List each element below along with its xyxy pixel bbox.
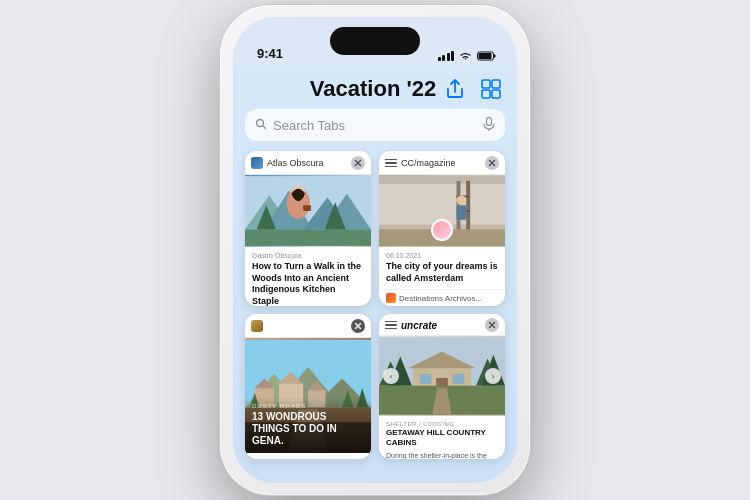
dusty-label: DUSTY ROADS bbox=[252, 403, 364, 409]
tab-favicon-title-dusty bbox=[251, 320, 351, 332]
cc-article-title: The city of your dreams is called Amster… bbox=[386, 261, 498, 284]
uncrate-image: ‹ › bbox=[379, 336, 505, 416]
atlas-close-button[interactable] bbox=[351, 156, 365, 170]
tab-header-uncrate: uncrate bbox=[379, 314, 505, 336]
svg-rect-22 bbox=[245, 229, 371, 245]
atlas-meta: Gastro Obscura bbox=[252, 252, 364, 259]
mic-icon[interactable] bbox=[483, 117, 495, 134]
svg-rect-2 bbox=[479, 53, 492, 59]
dusty-close-button[interactable] bbox=[351, 319, 365, 333]
tab-card-cc[interactable]: CC/magazine bbox=[379, 151, 505, 306]
dusty-title: 13 WONDROUS THINGS TO DO IN GENA. bbox=[252, 411, 364, 447]
svg-rect-9 bbox=[487, 117, 492, 125]
uncrate-article-body: During the shelter-in-place is the perfe… bbox=[386, 451, 498, 459]
svg-rect-4 bbox=[492, 80, 500, 88]
uncrate-tab-name: uncrate bbox=[401, 320, 437, 331]
svg-rect-66 bbox=[453, 374, 465, 384]
battery-icon bbox=[477, 51, 497, 61]
tab-favicon-title-atlas: Atlas Obscura bbox=[251, 157, 351, 169]
svg-point-35 bbox=[457, 195, 467, 205]
share-icon bbox=[446, 79, 464, 99]
tab-header-atlas: Atlas Obscura bbox=[245, 151, 371, 175]
svg-rect-32 bbox=[466, 181, 470, 234]
svg-rect-30 bbox=[379, 176, 505, 184]
uncrate-content: SHELTER / LODGING GETAWAY HILL COUNTRY C… bbox=[379, 416, 505, 459]
page-title: Vacation '22 bbox=[305, 76, 441, 102]
cc-content: 06.10.2021 The city of your dreams is ca… bbox=[379, 247, 505, 289]
uncrate-next-button[interactable]: › bbox=[485, 368, 501, 384]
uncrate-hamburger-icon bbox=[385, 321, 397, 330]
cc-close-button[interactable] bbox=[485, 156, 499, 170]
tab-favicon-title-uncrate: uncrate bbox=[385, 320, 485, 331]
hamburger-icon bbox=[385, 159, 397, 168]
content-area: Vacation '22 bbox=[233, 67, 517, 483]
cc-meta: 06.10.2021 bbox=[386, 252, 498, 259]
phone-frame: 9:41 bbox=[220, 5, 530, 495]
tab-card-dusty[interactable]: DUSTY ROADS 13 WONDROUS THINGS TO DO IN … bbox=[245, 314, 371, 459]
tab-favicon-title-cc: CC/magazine bbox=[385, 158, 485, 168]
svg-rect-5 bbox=[482, 90, 490, 98]
phone-screen: 9:41 bbox=[233, 17, 517, 483]
wifi-icon bbox=[459, 51, 472, 61]
atlas-content: Gastro Obscura How to Turn a Walk in the… bbox=[245, 247, 371, 306]
svg-rect-36 bbox=[457, 205, 467, 220]
svg-rect-65 bbox=[420, 374, 432, 384]
cc-footer: Destinations Archivos... bbox=[379, 289, 505, 306]
cc-footer-text: Destinations Archivos... bbox=[399, 294, 482, 303]
cc-image bbox=[379, 175, 505, 247]
uncrate-category: SHELTER / LODGING bbox=[386, 421, 498, 427]
uncrate-article-title: GETAWAY HILL COUNTRY CABINS bbox=[386, 428, 498, 449]
dusty-text-overlay: DUSTY ROADS 13 WONDROUS THINGS TO DO IN … bbox=[245, 397, 371, 453]
tabs-grid: Atlas Obscura bbox=[245, 151, 505, 459]
search-bar[interactable]: Search Tabs bbox=[245, 109, 505, 141]
dusty-favicon bbox=[251, 320, 263, 332]
svg-rect-3 bbox=[482, 80, 490, 88]
tab-card-uncrate[interactable]: uncrate bbox=[379, 314, 505, 459]
atlas-favicon bbox=[251, 157, 263, 169]
svg-line-8 bbox=[263, 125, 266, 128]
svg-rect-1 bbox=[494, 55, 496, 58]
tabs-button[interactable] bbox=[477, 75, 505, 103]
cc-avatar bbox=[431, 219, 453, 241]
uncrate-prev-button[interactable]: ‹ bbox=[383, 368, 399, 384]
tab-header-cc: CC/magazine bbox=[379, 151, 505, 175]
tabs-grid-icon bbox=[481, 79, 501, 99]
search-icon bbox=[255, 118, 267, 133]
signal-icon bbox=[438, 51, 455, 61]
svg-rect-6 bbox=[492, 90, 500, 98]
svg-rect-25 bbox=[303, 205, 311, 211]
uncrate-close-button[interactable] bbox=[485, 318, 499, 332]
search-placeholder: Search Tabs bbox=[273, 118, 477, 133]
tab-header-dusty bbox=[245, 314, 371, 338]
status-time: 9:41 bbox=[253, 46, 283, 61]
share-button[interactable] bbox=[441, 75, 469, 103]
atlas-article-title: How to Turn a Walk in the Woods Into an … bbox=[252, 261, 364, 306]
page-header: Vacation '22 bbox=[245, 67, 505, 109]
atlas-tab-name: Atlas Obscura bbox=[267, 158, 324, 168]
header-actions bbox=[441, 75, 505, 103]
tab-card-atlas[interactable]: Atlas Obscura bbox=[245, 151, 371, 306]
cc-footer-favicon bbox=[386, 293, 396, 303]
status-icons bbox=[438, 51, 498, 61]
cc-tab-name: CC/magazine bbox=[401, 158, 456, 168]
dusty-image: DUSTY ROADS 13 WONDROUS THINGS TO DO IN … bbox=[245, 338, 371, 453]
atlas-image bbox=[245, 175, 371, 247]
dynamic-island bbox=[330, 27, 420, 55]
